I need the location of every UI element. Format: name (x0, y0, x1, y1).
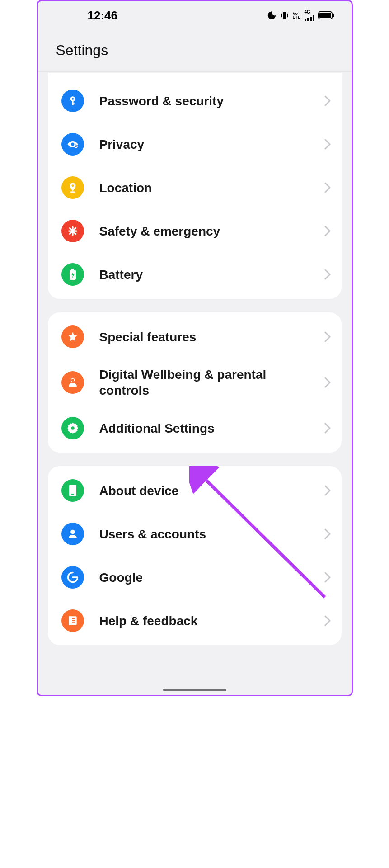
chevron-right-icon (324, 572, 331, 583)
chevron-right-icon (324, 139, 331, 150)
svg-rect-32 (71, 494, 74, 495)
svg-rect-2 (287, 14, 288, 17)
chevron-right-icon (324, 485, 331, 496)
svg-rect-5 (310, 17, 312, 21)
row-label: Password & security (99, 93, 309, 109)
settings-row-apps[interactable]: Apps (48, 73, 342, 79)
row-label: Users & accounts (99, 526, 309, 542)
svg-rect-8 (319, 13, 331, 18)
row-label: Privacy (99, 137, 309, 152)
chevron-right-icon (324, 331, 331, 342)
svg-rect-35 (69, 616, 70, 625)
row-label: Help & feedback (99, 613, 309, 629)
phone-frame: 12:46 Vo LTE 4G Settings A (37, 0, 353, 696)
battery-status-icon (318, 11, 334, 19)
chevron-right-icon (324, 615, 331, 626)
settings-row-battery[interactable]: Battery (48, 253, 342, 296)
svg-rect-20 (75, 146, 76, 147)
svg-rect-3 (305, 19, 306, 21)
status-time: 12:46 (88, 9, 118, 23)
page-title: Settings (38, 29, 352, 72)
svg-point-15 (71, 98, 73, 100)
svg-point-21 (71, 184, 74, 187)
device-icon (61, 479, 84, 502)
vibrate-icon (280, 10, 289, 20)
chevron-right-icon (324, 226, 331, 236)
row-label: Special features (99, 329, 309, 345)
chevron-right-icon (324, 528, 331, 539)
svg-point-33 (70, 530, 75, 534)
settings-scroll[interactable]: Apps Password & security Privacy (38, 73, 352, 695)
settings-row-help-feedback[interactable]: Help & feedback (48, 599, 342, 642)
svg-point-18 (71, 143, 74, 146)
row-label: Digital Wellbeing & parental controls (99, 367, 309, 398)
settings-group-3: About device Users & accounts Google (48, 466, 342, 645)
settings-row-additional-settings[interactable]: Additional Settings (48, 406, 342, 450)
settings-row-safety-emergency[interactable]: Safety & emergency (48, 209, 342, 253)
settings-row-location[interactable]: Location (48, 166, 342, 209)
svg-rect-16 (72, 101, 73, 105)
settings-row-digital-wellbeing[interactable]: Digital Wellbeing & parental controls (48, 359, 342, 406)
svg-rect-4 (307, 18, 309, 21)
settings-row-google[interactable]: Google (48, 556, 342, 599)
user-icon (61, 523, 84, 545)
settings-row-privacy[interactable]: Privacy (48, 123, 342, 166)
chevron-right-icon (324, 95, 331, 106)
row-label: Additional Settings (99, 420, 309, 436)
row-label: Battery (99, 267, 309, 283)
status-bar: 12:46 Vo LTE 4G (38, 1, 352, 29)
svg-rect-6 (313, 15, 314, 21)
svg-point-22 (70, 191, 75, 193)
gear-icon (61, 417, 84, 439)
privacy-icon (61, 133, 84, 156)
home-indicator (163, 689, 226, 691)
star-icon (61, 326, 84, 348)
battery-icon (61, 263, 84, 286)
chevron-right-icon (324, 269, 331, 280)
settings-row-users-accounts[interactable]: Users & accounts (48, 512, 342, 556)
svg-rect-28 (71, 269, 74, 270)
emergency-icon (61, 220, 84, 242)
svg-rect-1 (281, 14, 282, 17)
book-icon (61, 609, 84, 632)
settings-group-1: Apps Password & security Privacy (48, 73, 342, 299)
svg-point-30 (71, 426, 74, 429)
location-icon (61, 176, 84, 199)
volte-indicator: Vo LTE (293, 12, 301, 19)
chevron-right-icon (324, 423, 331, 434)
google-icon (61, 566, 84, 589)
row-label: Safety & emergency (99, 223, 309, 239)
row-label: Google (99, 570, 309, 585)
settings-row-special-features[interactable]: Special features (48, 315, 342, 359)
key-icon (61, 90, 84, 112)
svg-rect-17 (72, 103, 75, 104)
signal-indicator: 4G (305, 10, 314, 21)
row-label: About device (99, 483, 309, 499)
heart-icon (61, 371, 84, 394)
svg-rect-9 (333, 14, 334, 17)
row-label: Location (99, 180, 309, 196)
dnd-icon (267, 10, 277, 20)
settings-row-password-security[interactable]: Password & security (48, 79, 342, 123)
chevron-right-icon (324, 182, 331, 193)
chevron-right-icon (324, 377, 331, 388)
settings-row-about-device[interactable]: About device (48, 469, 342, 512)
svg-rect-0 (283, 12, 286, 19)
status-icons: Vo LTE 4G (267, 10, 334, 21)
settings-group-2: Special features Digital Wellbeing & par… (48, 312, 342, 453)
